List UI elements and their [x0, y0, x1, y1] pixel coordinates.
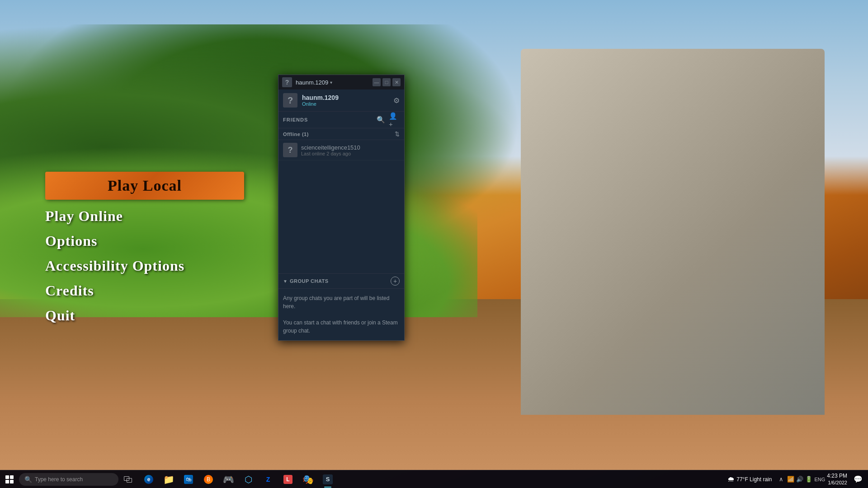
weather-text: 77°F Light rain	[736, 476, 772, 483]
windows-logo-icon	[5, 475, 14, 483]
battery-icon: 🔋	[805, 476, 812, 483]
steam-friends-header: FRIENDS 🔍 👤+	[278, 112, 404, 128]
steam-friends-window: ? haunm.1209 ▾ — □ ✕ ? haunm.1209 Online…	[278, 75, 405, 341]
wifi-icon[interactable]: 📶	[787, 476, 794, 483]
steam-user-section: ? haunm.1209 Online ⚙	[278, 89, 404, 112]
taskbar-microsoft-store[interactable]: 🛍	[179, 470, 198, 488]
group-chats-arrow-icon: ▼	[283, 279, 288, 284]
menu-item-accessibility[interactable]: Accessibility Options	[45, 258, 244, 274]
system-tray-icons[interactable]: ∧	[777, 476, 785, 483]
minimize-button[interactable]: —	[373, 78, 381, 86]
group-chats-label: GROUP CHATS	[290, 278, 391, 284]
taskbar-file-explorer[interactable]: 📁	[159, 470, 178, 488]
steam-titlebar: ? haunm.1209 ▾ — □ ✕	[278, 75, 404, 89]
taskbar-brave[interactable]: B	[199, 470, 218, 488]
system-tray: 🌧 77°F Light rain ∧ 📶 🔊 🔋 ENG 4:23 PM 1/…	[724, 470, 864, 488]
group-chats-header[interactable]: ▼ GROUP CHATS +	[278, 274, 404, 289]
steam-user-avatar: ?	[283, 93, 297, 108]
weather-icon: 🌧	[727, 475, 735, 483]
offline-label: Offline (1)	[283, 131, 395, 137]
steam-title-avatar: ?	[282, 77, 292, 87]
menu-item-credits[interactable]: Credits	[45, 282, 244, 299]
friend-last-online: Last online 2 days ago	[301, 151, 400, 156]
brave-icon: B	[204, 475, 213, 484]
start-button[interactable]	[0, 470, 19, 488]
taskbar-apps: e 📁 🛍 B 🎮 ⬡ Z L 🎭 S	[139, 470, 724, 488]
taskbar-search[interactable]: 🔍 Type here to search	[19, 473, 118, 486]
group-chats-description: Any group chats you are part of will be …	[278, 289, 404, 340]
system-clock[interactable]: 4:23 PM 1/6/2022	[827, 473, 847, 486]
sort-icon[interactable]: ⇅	[395, 131, 400, 137]
mask-icon: 🎭	[302, 474, 314, 485]
steam-user-info: haunm.1209 Online	[302, 94, 389, 107]
volume-icon[interactable]: 🔊	[796, 476, 803, 483]
box3d-icon: ⬡	[245, 474, 252, 485]
friend-info: scienceitelligence1510 Last online 2 day…	[301, 144, 400, 156]
search-placeholder-text: Type here to search	[35, 476, 83, 483]
add-group-chat-button[interactable]: +	[391, 277, 400, 286]
add-friend-button[interactable]: 👤+	[389, 114, 400, 125]
steam-user-status: Online	[302, 101, 389, 107]
edge-icon: e	[144, 475, 153, 484]
date-display: 1/6/2022	[827, 479, 847, 486]
menu-item-quit[interactable]: Quit	[45, 307, 244, 324]
file-explorer-icon: 📁	[163, 474, 175, 485]
zalo-icon: Z	[266, 476, 270, 483]
settings-gear-icon[interactable]: ⚙	[393, 96, 400, 105]
taskbar-steam[interactable]: S	[318, 470, 337, 488]
taskbar-edge[interactable]: e	[139, 470, 158, 488]
show-hidden-icon[interactable]: ∧	[779, 476, 783, 483]
friends-label: FRIENDS	[283, 117, 375, 122]
friend-avatar: ?	[283, 143, 297, 157]
gameloop-icon: 🎮	[223, 474, 234, 485]
taskbar: 🔍 Type here to search e 📁 🛍 B 🎮 ⬡ Z L	[0, 470, 868, 488]
search-icon: 🔍	[24, 476, 32, 483]
steam-content-area	[278, 160, 404, 273]
taskbar-zalo[interactable]: Z	[259, 470, 278, 488]
window-controls: — □ ✕	[373, 78, 401, 86]
taskbar-gameloop[interactable]: 🎮	[219, 470, 238, 488]
steam-user-name: haunm.1209	[302, 94, 389, 101]
steam-icon: S	[323, 474, 333, 484]
store-icon: 🛍	[184, 475, 193, 484]
friend-list-item[interactable]: ? scienceitelligence1510 Last online 2 d…	[278, 140, 404, 160]
friends-header-icons: 🔍 👤+	[375, 114, 400, 125]
offline-section-header[interactable]: Offline (1) ⇅	[278, 128, 404, 140]
search-friends-button[interactable]: 🔍	[375, 114, 386, 125]
mailbox-bg	[521, 49, 825, 415]
notification-center-button[interactable]: 💬	[852, 470, 864, 488]
friend-name: scienceitelligence1510	[301, 144, 400, 151]
menu-item-play-online[interactable]: Play Online	[45, 208, 244, 225]
time-display: 4:23 PM	[827, 473, 847, 480]
menu-item-options[interactable]: Options	[45, 233, 244, 249]
menu-item-play-local[interactable]: Play Local	[45, 172, 244, 200]
steam-username-display[interactable]: haunm.1209 ▾	[296, 79, 369, 86]
taskbar-box3d[interactable]: ⬡	[239, 470, 258, 488]
app-l-icon: L	[283, 475, 292, 484]
game-menu: Play Local Play Online Options Accessibi…	[45, 172, 244, 332]
notification-icon: 💬	[854, 475, 863, 483]
task-view-icon	[124, 476, 132, 483]
close-button[interactable]: ✕	[392, 78, 401, 86]
username-dropdown-arrow: ▾	[330, 80, 332, 85]
language-indicator[interactable]: ENG	[814, 477, 825, 482]
maximize-button[interactable]: □	[382, 78, 391, 86]
taskbar-app-mask[interactable]: 🎭	[298, 470, 317, 488]
weather-widget[interactable]: 🌧 77°F Light rain	[724, 475, 775, 483]
group-chats-section: ▼ GROUP CHATS + Any group chats you are …	[278, 273, 404, 340]
active-app-indicator	[324, 487, 331, 488]
taskbar-app-l[interactable]: L	[278, 470, 297, 488]
task-view-button[interactable]	[118, 470, 137, 488]
